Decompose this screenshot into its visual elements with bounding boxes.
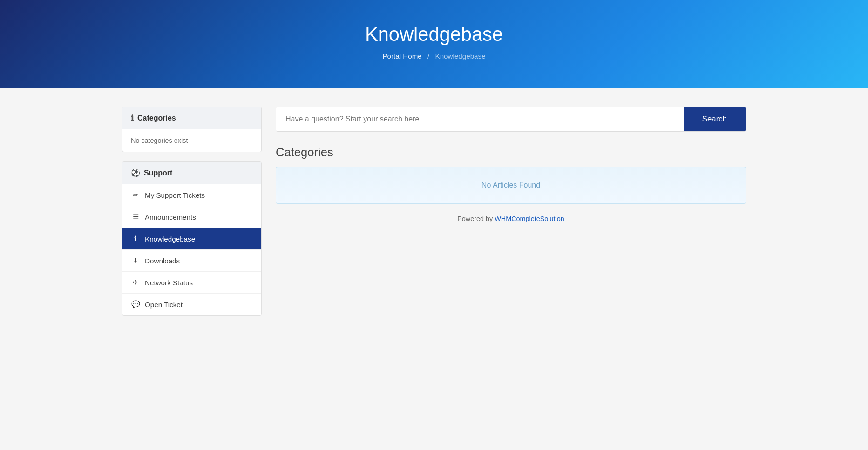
page-title: Knowledgebase [9,23,859,46]
breadcrumb: Portal Home / Knowledgebase [9,52,859,60]
powered-by-link[interactable]: WHMCompleteSolution [495,215,564,222]
support-card-title: Support [144,169,172,177]
open-ticket-icon [131,300,140,309]
powered-by-text: Powered by [457,215,493,222]
sidebar-item-knowledgebase[interactable]: Knowledgebase [122,228,261,250]
support-nav: My Support Tickets Announcements Knowled… [122,184,261,315]
breadcrumb-separator: / [427,52,429,60]
sidebar: Categories No categories exist Support M… [122,107,262,325]
support-icon [131,168,140,177]
announcements-icon [131,213,140,221]
support-card: Support My Support Tickets Announcements [122,161,262,316]
categories-heading: Categories [276,146,746,159]
ticket-icon [131,191,140,199]
breadcrumb-home-link[interactable]: Portal Home [382,52,421,60]
categories-card-body: No categories exist [122,129,261,152]
content-area: Search Categories No Articles Found Powe… [276,107,746,222]
no-articles-box: No Articles Found [276,167,746,204]
sidebar-item-label: My Support Tickets [145,191,205,199]
sidebar-item-label: Downloads [145,257,180,265]
support-card-header: Support [122,162,261,184]
sidebar-item-label: Knowledgebase [145,235,195,243]
sidebar-item-open-ticket[interactable]: Open Ticket [122,294,261,315]
search-bar: Search [276,107,746,132]
sidebar-item-network-status[interactable]: Network Status [122,272,261,294]
info-icon [131,114,134,122]
no-articles-message: No Articles Found [481,181,540,189]
network-icon [131,278,140,287]
search-input[interactable] [276,107,684,131]
sidebar-item-label: Announcements [145,213,196,221]
no-categories-message: No categories exist [131,137,188,144]
powered-by: Powered by WHMCompleteSolution [276,215,746,222]
categories-card-header: Categories [122,107,261,129]
downloads-icon [131,256,140,265]
categories-card: Categories No categories exist [122,107,262,152]
page-header: Knowledgebase Portal Home / Knowledgebas… [0,0,868,88]
sidebar-item-label: Open Ticket [145,301,183,309]
search-button[interactable]: Search [684,107,746,131]
categories-card-title: Categories [137,114,176,122]
sidebar-item-my-support-tickets[interactable]: My Support Tickets [122,184,261,206]
sidebar-item-label: Network Status [145,279,193,287]
main-container: Categories No categories exist Support M… [108,88,760,343]
sidebar-item-downloads[interactable]: Downloads [122,250,261,272]
kb-icon [131,235,140,243]
breadcrumb-current: Knowledgebase [435,52,486,60]
sidebar-item-announcements[interactable]: Announcements [122,206,261,228]
